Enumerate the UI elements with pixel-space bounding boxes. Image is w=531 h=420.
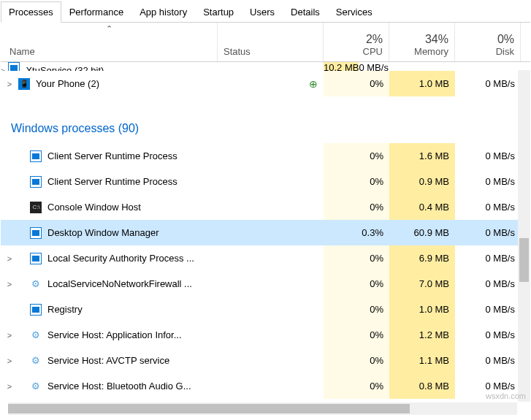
leaf-icon: ⊕ bbox=[309, 78, 318, 90]
process-row[interactable]: >XtuService (32 bit)10.2 MB0 MB/s bbox=[1, 62, 530, 71]
process-name-cell: >⚙Service Host: Bluetooth Audio G... bbox=[1, 381, 218, 392]
gear-icon: ⚙ bbox=[30, 355, 42, 367]
group-header-windows-processes[interactable]: Windows processes (90) bbox=[1, 114, 530, 143]
disk-value: 0 MB/s bbox=[455, 194, 521, 220]
sort-arrow-icon: ⌃ bbox=[106, 24, 112, 34]
column-header-status[interactable]: Status bbox=[218, 23, 324, 61]
expand-chevron-icon[interactable]: > bbox=[4, 254, 15, 263]
mem-value: 60.9 MB bbox=[389, 220, 455, 245]
tab-app-history[interactable]: App history bbox=[131, 1, 195, 23]
process-row[interactable]: >📱Your Phone (2)⊕0%1.0 MB0 MB/s bbox=[1, 71, 530, 96]
tab-users[interactable]: Users bbox=[242, 1, 283, 23]
column-status-label: Status bbox=[224, 46, 251, 57]
process-name-cell: >Client Server Runtime Process bbox=[1, 176, 218, 188]
process-row[interactable]: >⚙LocalServiceNoNetworkFirewall ...0%7.0… bbox=[1, 271, 530, 297]
process-name: XtuService (32 bit) bbox=[26, 65, 104, 71]
watermark: wsxdn.com bbox=[486, 392, 526, 400]
process-row[interactable]: >⚙Service Host: Bluetooth Audio G...0%0.… bbox=[1, 373, 530, 399]
window-icon bbox=[30, 150, 42, 162]
disk-value: 0 MB/s bbox=[455, 322, 521, 348]
tab-bar: ProcessesPerformanceApp historyStartupUs… bbox=[1, 1, 530, 23]
mem-value: 1.6 MB bbox=[389, 143, 455, 169]
process-row[interactable]: >Registry0%1.0 MB0 MB/s bbox=[1, 297, 530, 322]
process-row[interactable]: >C:\Console Window Host0%0.4 MB0 MB/s bbox=[1, 194, 530, 220]
process-name: Service Host: Bluetooth Audio G... bbox=[47, 381, 191, 392]
disk-value: 0 MB/s bbox=[455, 297, 521, 322]
process-name-cell: >XtuService (32 bit) bbox=[1, 62, 218, 71]
process-name-cell: >⚙Service Host: AVCTP service bbox=[1, 355, 218, 367]
process-row[interactable]: >Client Server Runtime Process0%0.9 MB0 … bbox=[1, 169, 530, 194]
status-cell: ⊕ bbox=[218, 78, 324, 90]
expand-chevron-icon[interactable]: > bbox=[4, 280, 15, 289]
column-headers: ⌃ Name Status 2% CPU 34% Memory 0% Disk bbox=[1, 23, 530, 62]
expand-chevron-icon[interactable]: > bbox=[4, 382, 15, 391]
window-icon bbox=[8, 62, 20, 71]
process-list: >XtuService (32 bit)10.2 MB0 MB/s>📱Your … bbox=[1, 62, 530, 399]
process-row[interactable]: >⚙Service Host: Application Infor...0%1.… bbox=[1, 322, 530, 348]
horizontal-scrollbar-thumb[interactable] bbox=[8, 404, 410, 413]
disk-label: Disk bbox=[455, 46, 514, 57]
disk-value: 0 MB/s bbox=[455, 220, 521, 245]
mem-value: 0.8 MB bbox=[389, 373, 455, 399]
window-icon bbox=[30, 227, 42, 239]
cpu-percent: 2% bbox=[324, 33, 383, 46]
column-header-memory[interactable]: 34% Memory bbox=[389, 23, 455, 61]
process-name-cell: >Registry bbox=[1, 304, 218, 316]
spacer bbox=[1, 96, 530, 114]
process-name-cell: >⚙LocalServiceNoNetworkFirewall ... bbox=[1, 278, 218, 290]
expand-chevron-icon[interactable]: > bbox=[4, 80, 15, 88]
disk-value: 0 MB/s bbox=[455, 143, 521, 169]
tab-services[interactable]: Services bbox=[328, 1, 381, 23]
status-cell bbox=[218, 62, 324, 71]
phone-icon: 📱 bbox=[18, 78, 30, 90]
column-header-cpu[interactable]: 2% CPU bbox=[324, 23, 389, 61]
gear-icon: ⚙ bbox=[30, 381, 42, 392]
cpu-value: 0% bbox=[324, 373, 389, 399]
cpu-value: 0% bbox=[324, 169, 389, 194]
cpu-value: 0% bbox=[324, 348, 389, 373]
gear-icon: ⚙ bbox=[30, 278, 42, 290]
column-header-disk[interactable]: 0% Disk bbox=[455, 23, 521, 61]
process-row[interactable]: >Desktop Window Manager0.3%60.9 MB0 MB/s bbox=[1, 220, 530, 245]
process-row[interactable]: >⚙Service Host: AVCTP service0%1.1 MB0 M… bbox=[1, 348, 530, 373]
process-name-cell: >Local Security Authority Process ... bbox=[1, 253, 218, 264]
mem-value: 10.2 MB bbox=[324, 62, 359, 71]
vertical-scrollbar-thumb[interactable] bbox=[519, 238, 529, 282]
console-icon: C:\ bbox=[30, 202, 42, 213]
memory-label: Memory bbox=[389, 46, 448, 57]
disk-value: 0 MB/s bbox=[455, 245, 521, 271]
cpu-value: 0% bbox=[324, 194, 389, 220]
process-row[interactable]: >Local Security Authority Process ...0%6… bbox=[1, 245, 530, 271]
process-row[interactable]: >Client Server Runtime Process0%1.6 MB0 … bbox=[1, 143, 530, 169]
process-name-cell: >C:\Console Window Host bbox=[1, 202, 218, 213]
process-name: Registry bbox=[47, 304, 83, 315]
cpu-value: 0% bbox=[324, 245, 389, 271]
window-icon bbox=[30, 176, 42, 188]
expand-chevron-icon[interactable]: > bbox=[4, 331, 15, 340]
process-name: Local Security Authority Process ... bbox=[47, 253, 194, 264]
gear-icon: ⚙ bbox=[30, 329, 42, 341]
mem-value: 6.9 MB bbox=[389, 245, 455, 271]
process-name-cell: >Client Server Runtime Process bbox=[1, 150, 218, 162]
process-name-cell: >📱Your Phone (2) bbox=[1, 78, 218, 90]
process-name-cell: >⚙Service Host: Application Infor... bbox=[1, 329, 218, 341]
tab-details[interactable]: Details bbox=[283, 1, 328, 23]
vertical-scrollbar[interactable] bbox=[518, 70, 530, 402]
process-name: Desktop Window Manager bbox=[47, 227, 158, 238]
tab-startup[interactable]: Startup bbox=[195, 1, 242, 23]
mem-value: 1.0 MB bbox=[389, 71, 455, 96]
disk-value: 0 MB/s bbox=[455, 71, 521, 96]
mem-value: 1.2 MB bbox=[389, 322, 455, 348]
process-name: Client Server Runtime Process bbox=[47, 150, 177, 161]
disk-value: 0 MB/s bbox=[359, 62, 388, 71]
column-header-name[interactable]: ⌃ Name bbox=[1, 23, 218, 61]
tab-performance[interactable]: Performance bbox=[61, 1, 131, 23]
mem-value: 7.0 MB bbox=[389, 271, 455, 297]
mem-value: 0.9 MB bbox=[389, 169, 455, 194]
tab-processes[interactable]: Processes bbox=[1, 1, 61, 23]
mem-value: 1.1 MB bbox=[389, 348, 455, 373]
horizontal-scrollbar[interactable] bbox=[8, 402, 517, 415]
expand-chevron-icon[interactable]: > bbox=[1, 66, 5, 71]
cpu-value: 0% bbox=[324, 322, 389, 348]
expand-chevron-icon[interactable]: > bbox=[4, 356, 15, 365]
